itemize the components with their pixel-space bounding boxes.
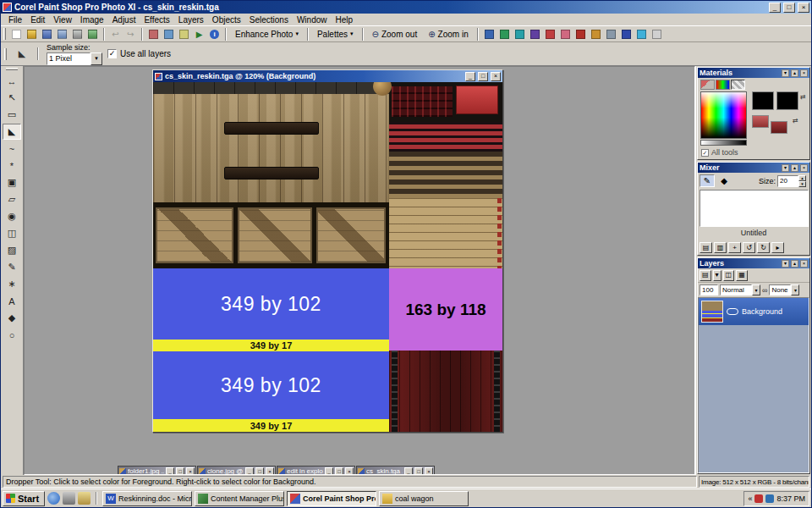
palette-close-icon[interactable]: × xyxy=(800,164,808,172)
mixer-toggle-icon[interactable] xyxy=(634,27,649,41)
tab-rainbow[interactable] xyxy=(716,80,730,90)
texture-metal-bracket[interactable] xyxy=(224,167,319,179)
region-blue-top[interactable]: 349 by 102 xyxy=(153,268,389,340)
internet-explorer-icon[interactable] xyxy=(47,492,60,505)
blend-mode-dropdown-icon[interactable]: ▾ xyxy=(752,284,760,295)
airbrush-tool[interactable]: ∗ xyxy=(3,276,21,292)
red-eye-tool[interactable]: ◉ xyxy=(3,208,21,224)
palette-rollup-icon[interactable]: ▴ xyxy=(791,260,798,268)
texture-slat-bands[interactable] xyxy=(389,152,502,198)
minimized-minimize-button[interactable]: _ xyxy=(325,467,333,475)
texture-dark-panel[interactable] xyxy=(389,82,502,122)
pan-tool[interactable]: ↔ xyxy=(3,73,21,89)
palettes-button[interactable]: Palettes ▾ xyxy=(312,27,359,41)
minimized-window-edit[interactable]: edit in explo... _ □ × xyxy=(277,466,355,475)
foreground-material-swatch[interactable] xyxy=(752,115,769,128)
minimized-window-cs-skin[interactable]: cs_skin.tga ... _ □ × xyxy=(356,466,435,475)
minimized-window-folder1[interactable]: folder1.jpg ... _ □ × xyxy=(118,466,196,475)
mixer-more-icon[interactable]: ▸ xyxy=(771,242,784,253)
sample-size-combobox[interactable]: 1 Pixel ▾ xyxy=(47,52,102,65)
document-titlebar[interactable]: cs_skin_reskin.tga @ 120% (Background) _… xyxy=(153,70,502,82)
palette-menu-icon[interactable]: ▾ xyxy=(782,69,789,77)
save-file-icon[interactable] xyxy=(40,27,54,41)
texture-crate[interactable] xyxy=(316,207,386,263)
script-record-icon[interactable] xyxy=(177,27,191,41)
size-down-icon[interactable]: ▾ xyxy=(798,181,806,187)
task-button-coal-wagon[interactable]: coal wagon xyxy=(379,491,469,506)
background-color-swatch[interactable] xyxy=(776,91,798,110)
menu-file[interactable]: File xyxy=(4,14,26,25)
open-file-icon[interactable] xyxy=(25,27,39,41)
region-yellow-bottom[interactable]: 349 by 17 xyxy=(153,419,389,432)
new-layer-dropdown-icon[interactable]: ▾ xyxy=(713,270,721,281)
new-layer-icon[interactable]: ▤ xyxy=(700,270,711,281)
region-purple[interactable]: 163 by 118 xyxy=(389,268,502,351)
close-button[interactable]: × xyxy=(798,3,809,13)
dropper-tool[interactable]: ◣ xyxy=(3,124,21,140)
pen-tool[interactable]: ○ xyxy=(3,327,21,343)
materials-palette-header[interactable]: Materials ▾ ▴ × xyxy=(698,68,809,78)
options-grip[interactable] xyxy=(4,48,7,60)
show-desktop-icon[interactable] xyxy=(63,492,75,505)
palette-rollup-icon[interactable]: ▴ xyxy=(791,69,798,77)
all-tools-group[interactable]: ✓ All tools xyxy=(701,148,738,157)
pick-tool[interactable]: ↖ xyxy=(3,90,21,106)
mail-icon[interactable] xyxy=(78,492,91,505)
zoom-out-button[interactable]: ⊖ Zoom out xyxy=(367,27,423,41)
mixer-new-page-icon[interactable]: ▤ xyxy=(700,242,712,253)
layers-toggle-icon[interactable] xyxy=(497,27,512,41)
document-minimize-button[interactable]: _ xyxy=(465,72,475,81)
minimized-restore-button[interactable]: □ xyxy=(335,467,343,475)
menu-help[interactable]: Help xyxy=(331,14,357,25)
script-edit-icon[interactable] xyxy=(162,27,176,41)
background-material-swatch[interactable] xyxy=(771,121,787,134)
foreground-color-swatch[interactable] xyxy=(752,91,774,110)
swap-materials-icon[interactable]: ⇄ xyxy=(793,117,798,124)
sample-size-dropdown-icon[interactable]: ▾ xyxy=(91,52,102,65)
new-image-icon[interactable] xyxy=(9,27,24,41)
texture-metal-bracket[interactable] xyxy=(224,122,319,135)
minimized-close-button[interactable]: × xyxy=(186,467,195,475)
texture-crate[interactable] xyxy=(238,207,312,263)
script-run-icon[interactable]: ▶ xyxy=(192,27,206,41)
selection-tool[interactable]: ▭ xyxy=(3,107,21,123)
all-tools-checkbox[interactable]: ✓ xyxy=(701,149,709,157)
document-close-button[interactable]: × xyxy=(491,72,501,81)
color-picker-rainbow[interactable] xyxy=(700,91,747,139)
menu-window[interactable]: Window xyxy=(293,14,332,25)
tab-frame[interactable] xyxy=(700,80,715,90)
size-up-icon[interactable]: ▴ xyxy=(798,175,806,181)
tray-app-icon[interactable] xyxy=(754,494,763,503)
overview-toggle-icon[interactable] xyxy=(513,27,527,41)
layer-thumbnail[interactable] xyxy=(701,301,723,323)
minimized-restore-button[interactable]: □ xyxy=(176,467,184,475)
minimized-window-clone[interactable]: clone.jpg @ ... _ □ × xyxy=(197,466,276,475)
menu-selections[interactable]: Selections xyxy=(245,14,293,25)
maximize-button[interactable]: □ xyxy=(783,3,795,13)
scanner-icon[interactable] xyxy=(70,27,85,41)
texture-crate-row[interactable] xyxy=(153,202,389,268)
redo-icon[interactable]: ↪ xyxy=(123,27,138,41)
texture-crate[interactable] xyxy=(156,207,233,263)
minimized-close-button[interactable]: × xyxy=(345,467,354,475)
tools-grip[interactable] xyxy=(6,68,18,70)
mixer-add-icon[interactable]: + xyxy=(728,242,741,253)
script-select-icon[interactable] xyxy=(146,27,161,41)
minimize-button[interactable]: _ xyxy=(769,3,781,13)
enhance-photo-button[interactable]: Enhance Photo ▾ xyxy=(230,27,304,41)
tool-options-icon[interactable] xyxy=(604,27,618,41)
task-button-paint-shop-pro[interactable]: Corel Paint Shop Pro ... xyxy=(287,491,376,506)
menu-layers[interactable]: Layers xyxy=(174,14,208,25)
toolbar-grip[interactable] xyxy=(3,28,6,40)
layer-opacity-field[interactable]: 100 xyxy=(700,284,718,295)
paint-brush-tool[interactable]: ✎ xyxy=(3,259,21,275)
swap-colors-icon[interactable]: ⇄ xyxy=(800,93,806,101)
palette-menu-icon[interactable]: ▾ xyxy=(782,164,789,172)
minimized-minimize-button[interactable]: _ xyxy=(245,467,254,475)
texture-top-strip[interactable] xyxy=(153,82,389,94)
minimized-minimize-button[interactable]: _ xyxy=(404,467,413,475)
use-all-layers-checkbox[interactable]: ✓ xyxy=(107,49,117,58)
menu-edit[interactable]: Edit xyxy=(26,14,49,25)
freehand-selection-tool[interactable]: ~ xyxy=(3,141,21,157)
layers-palette-header[interactable]: Layers ▾ ▴ × xyxy=(698,258,809,268)
